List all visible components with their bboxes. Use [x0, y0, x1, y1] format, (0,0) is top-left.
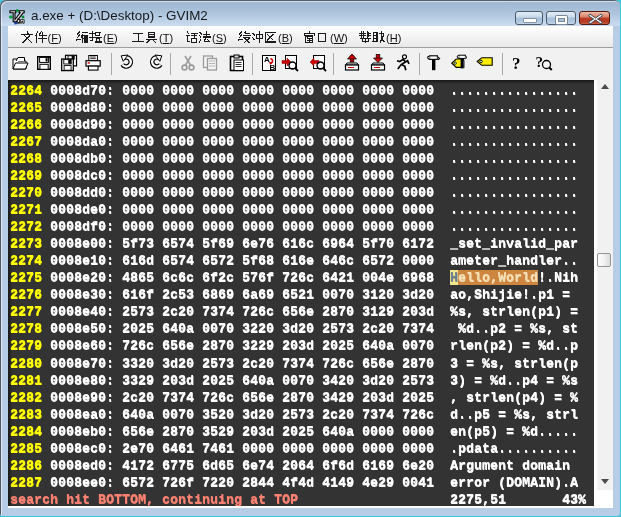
svg-text:?: ? — [512, 54, 521, 72]
svg-text:?: ? — [535, 54, 543, 70]
